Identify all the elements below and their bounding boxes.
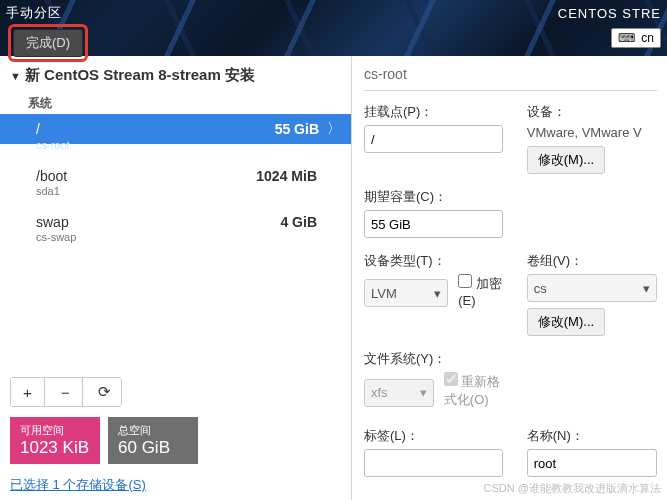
filesystem-value: xfs: [371, 385, 388, 400]
watermark: CSDN @谁能教教我改进版滴水算法: [484, 481, 661, 496]
remove-partition-button[interactable]: −: [49, 378, 83, 406]
chevron-down-icon: ▾: [434, 286, 441, 301]
device-type-select[interactable]: LVM ▾: [364, 279, 448, 307]
volume-group-label: 卷组(V)：: [527, 252, 657, 270]
keyboard-layout: cn: [641, 31, 654, 45]
total-space-label: 总空间: [118, 423, 188, 438]
partition-device: cs-swap: [36, 231, 76, 243]
partition-device: cs-root: [36, 139, 70, 151]
filesystem-label: 文件系统(Y)：: [364, 350, 503, 368]
tag-input[interactable]: [364, 449, 503, 477]
add-partition-button[interactable]: +: [11, 378, 45, 406]
partition-list: / cs-root 55 GiB 〉 /boot sda1 1024 MiB: [10, 114, 345, 236]
tag-label: 标签(L)：: [364, 427, 503, 445]
name-label: 名称(N)：: [527, 427, 657, 445]
keyboard-indicator[interactable]: ⌨ cn: [611, 28, 661, 48]
partition-mount: swap: [36, 214, 69, 230]
total-space-value: 60 GiB: [118, 438, 188, 458]
install-title: 新 CentOS Stream 8-stream 安装: [25, 66, 255, 85]
keyboard-icon: ⌨: [618, 31, 635, 45]
chevron-down-icon: ▾: [420, 385, 427, 400]
modify-vg-button[interactable]: 修改(M)...: [527, 308, 605, 336]
chevron-right-icon: 〉: [327, 120, 341, 138]
partition-mount: /: [36, 121, 40, 137]
reload-button[interactable]: ⟳: [87, 378, 121, 406]
product-name: CENTOS STRE: [558, 6, 661, 21]
device-type-value: LVM: [371, 286, 397, 301]
mount-point-input[interactable]: [364, 125, 503, 153]
partition-row-root[interactable]: / cs-root 55 GiB 〉: [0, 114, 351, 144]
partition-size: 4 GiB: [280, 214, 317, 230]
done-button-highlight: 完成(D): [8, 24, 88, 62]
filesystem-select[interactable]: xfs ▾: [364, 379, 434, 407]
partition-size: 55 GiB: [275, 121, 319, 137]
capacity-input[interactable]: [364, 210, 503, 238]
device-value: VMware, VMware V: [527, 125, 657, 140]
partition-row-boot[interactable]: /boot sda1 1024 MiB: [10, 162, 345, 190]
chevron-down-icon: ▼: [10, 70, 21, 82]
available-space-value: 1023 KiB: [20, 438, 90, 458]
name-input[interactable]: [527, 449, 657, 477]
device-type-label: 设备类型(T)：: [364, 252, 503, 270]
reformat-checkbox: [444, 372, 458, 386]
mount-point-label: 挂载点(P)：: [364, 103, 503, 121]
install-tree-header[interactable]: ▼ 新 CentOS Stream 8-stream 安装: [10, 64, 345, 91]
partition-mount: /boot: [36, 168, 67, 184]
reformat-checkbox-wrap: 重新格式化(O): [444, 372, 503, 409]
partition-size: 1024 MiB: [256, 168, 317, 184]
encrypt-checkbox[interactable]: [458, 274, 472, 288]
chevron-down-icon: ▾: [643, 281, 650, 296]
storage-devices-link[interactable]: 已选择 1 个存储设备(S): [10, 476, 146, 494]
modify-device-button[interactable]: 修改(M)...: [527, 146, 605, 174]
partition-row-swap[interactable]: swap cs-swap 4 GiB: [10, 208, 345, 236]
detail-title: cs-root: [364, 64, 657, 91]
system-section-label: 系统: [10, 91, 345, 114]
volume-group-value: cs: [534, 281, 547, 296]
page-title: 手动分区: [6, 4, 62, 22]
done-button[interactable]: 完成(D): [13, 29, 83, 57]
capacity-label: 期望容量(C)：: [364, 188, 503, 206]
partition-device: sda1: [36, 185, 60, 197]
available-space-label: 可用空间: [20, 423, 90, 438]
device-label: 设备：: [527, 103, 657, 121]
volume-group-select[interactable]: cs ▾: [527, 274, 657, 302]
encrypt-checkbox-wrap[interactable]: 加密(E): [458, 274, 503, 308]
available-space-box: 可用空间 1023 KiB: [10, 417, 100, 464]
total-space-box: 总空间 60 GiB: [108, 417, 198, 464]
